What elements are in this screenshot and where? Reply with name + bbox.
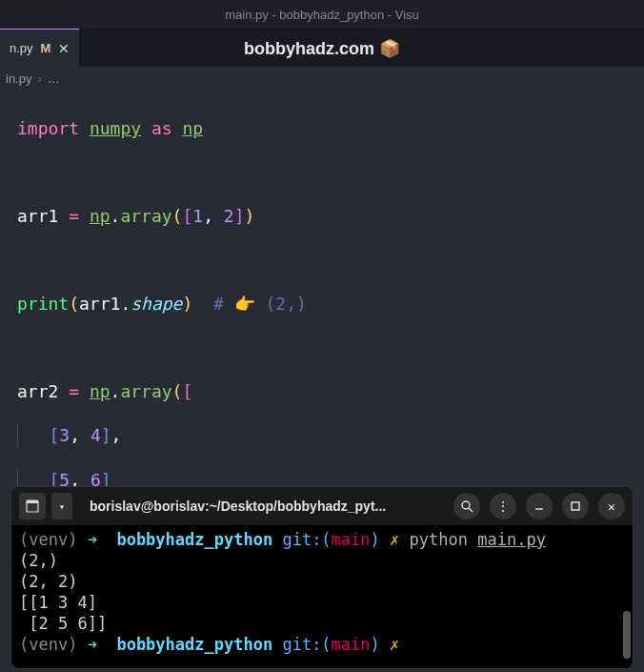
search-button[interactable] <box>453 493 480 519</box>
menu-button[interactable]: ⋮ <box>490 493 516 519</box>
svg-rect-1 <box>27 500 38 503</box>
close-button[interactable]: ✕ <box>598 493 625 519</box>
minimize-button[interactable] <box>526 493 553 519</box>
terminal-title: borislav@borislav:~/Desktop/bobbyhadz_py… <box>78 499 444 514</box>
code-line: arr1 = np.array([1, 2]) <box>17 205 644 227</box>
close-icon[interactable]: ✕ <box>58 41 70 56</box>
dropdown-button[interactable]: ▾ <box>51 493 72 519</box>
breadcrumb-more: … <box>48 71 60 86</box>
svg-line-3 <box>469 508 473 512</box>
code-line <box>17 336 644 358</box>
tab-main-py[interactable]: n.py M ✕ <box>0 29 79 67</box>
terminal-panel: ▾ borislav@borislav:~/Desktop/bobbyhadz_… <box>11 487 633 668</box>
minimize-icon <box>533 500 545 512</box>
terminal-output[interactable]: (venv) ➜ bobbyhadz_python git:(main) ✗ p… <box>11 525 633 660</box>
svg-point-2 <box>462 501 470 509</box>
code-line: import numpy as np <box>17 117 644 139</box>
editor-tabs: n.py M ✕ bobbyhadz.com 📦 <box>0 29 644 67</box>
pointing-right-icon: 👉 <box>234 294 255 314</box>
breadcrumb[interactable]: in.py › … <box>0 67 644 90</box>
code-line: print(arr1.shape) # 👉 (2,) <box>17 293 644 315</box>
tab-modified-badge: M <box>41 41 51 55</box>
search-icon <box>460 499 473 513</box>
scrollbar-thumb[interactable] <box>623 611 631 659</box>
svg-rect-5 <box>572 502 579 510</box>
watermark: bobbyhadz.com 📦 <box>0 38 644 59</box>
code-line: ⌄arr2 = np.array([ <box>17 380 644 402</box>
maximize-button[interactable] <box>562 493 589 519</box>
code-line <box>17 161 644 183</box>
code-line <box>17 249 644 271</box>
chevron-right-icon: › <box>37 71 41 86</box>
close-icon: ✕ <box>608 499 615 514</box>
terminal-icon <box>26 499 39 513</box>
fold-chevron-icon[interactable]: ⌄ <box>17 380 24 395</box>
window-title: main.py - bobbyhadz_python - Visu <box>225 8 419 22</box>
code-line: [3, 4], <box>17 424 644 446</box>
tab-label: n.py <box>10 41 33 55</box>
kebab-icon: ⋮ <box>496 499 510 514</box>
window-titlebar: main.py - bobbyhadz_python - Visu <box>0 0 644 29</box>
breadcrumb-file: in.py <box>6 71 31 86</box>
terminal-titlebar: ▾ borislav@borislav:~/Desktop/bobbyhadz_… <box>11 487 633 525</box>
maximize-icon <box>570 500 581 512</box>
new-tab-button[interactable] <box>19 493 46 519</box>
